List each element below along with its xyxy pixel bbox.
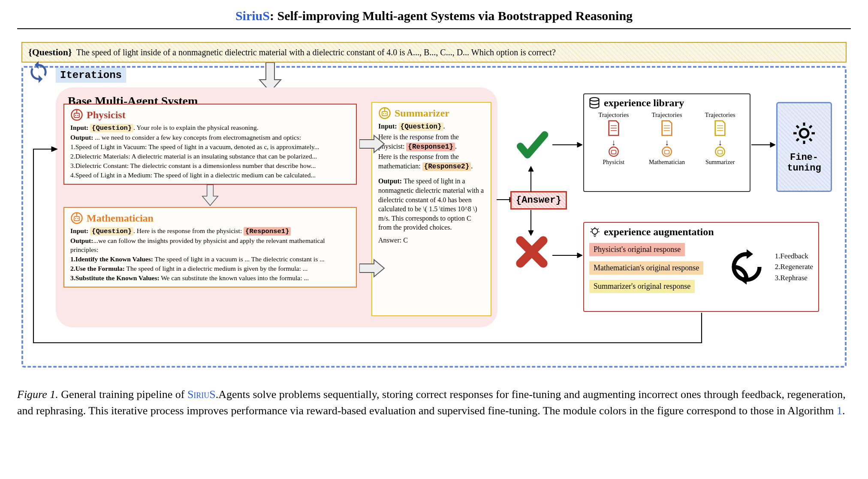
trajectory-summarizer: Trajectories ↓ Summarizer xyxy=(705,111,735,166)
finetune-label: Fine- tuning xyxy=(787,152,821,174)
svg-point-37 xyxy=(715,147,725,156)
finetune-box: Fine- tuning xyxy=(776,102,832,192)
arrow-right-icon xyxy=(751,141,775,148)
question-text: The speed of light inside of a nonmagnet… xyxy=(76,48,556,57)
gear-icon xyxy=(791,120,817,146)
robot-icon xyxy=(714,146,726,157)
question-label: {Question} xyxy=(28,47,72,58)
figure-1-diagram: {Question} The speed of light inside of … xyxy=(17,42,851,368)
iterations-label: Iterations xyxy=(56,68,126,83)
cycle-icon xyxy=(727,248,766,286)
feedback-arrow xyxy=(25,93,702,359)
refresh-icon xyxy=(27,60,51,84)
title-rest: : Self-improving Multi-agent Systems via… xyxy=(270,9,633,23)
question-box: {Question} The speed of light inside of … xyxy=(21,42,847,63)
svg-point-41 xyxy=(800,129,808,138)
figure-caption: Figure 1. General training pipeline of S… xyxy=(17,386,851,419)
document-icon xyxy=(713,120,727,137)
title-brand: SiriuS xyxy=(235,9,270,23)
paper-title: SiriuS: Self-improving Multi-agent Syste… xyxy=(17,9,851,29)
svg-rect-38 xyxy=(718,150,723,154)
